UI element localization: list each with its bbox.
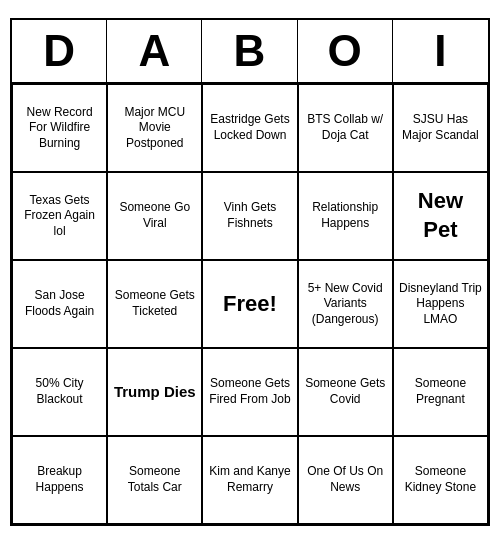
bingo-cell: Someone Gets Ticketed: [107, 260, 202, 348]
bingo-cell: SJSU Has Major Scandal: [393, 84, 488, 172]
header-letter: A: [107, 20, 202, 82]
bingo-cell: 5+ New Covid Variants (Dangerous): [298, 260, 393, 348]
bingo-cell: Eastridge Gets Locked Down: [202, 84, 297, 172]
bingo-cell: Free!: [202, 260, 297, 348]
bingo-header: DABOI: [12, 20, 488, 84]
bingo-grid: New Record For Wildfire BurningMajor MCU…: [12, 84, 488, 524]
header-letter: I: [393, 20, 488, 82]
bingo-cell: Relationship Happens: [298, 172, 393, 260]
bingo-cell: BTS Collab w/ Doja Cat: [298, 84, 393, 172]
bingo-cell: Someone Pregnant: [393, 348, 488, 436]
header-letter: D: [12, 20, 107, 82]
bingo-cell: Kim and Kanye Remarry: [202, 436, 297, 524]
bingo-cell: Trump Dies: [107, 348, 202, 436]
bingo-cell: Someone Kidney Stone: [393, 436, 488, 524]
bingo-cell: New Record For Wildfire Burning: [12, 84, 107, 172]
header-letter: O: [298, 20, 393, 82]
bingo-cell: Someone Totals Car: [107, 436, 202, 524]
bingo-card: DABOI New Record For Wildfire BurningMaj…: [10, 18, 490, 526]
bingo-cell: San Jose Floods Again: [12, 260, 107, 348]
bingo-cell: Someone Go Viral: [107, 172, 202, 260]
bingo-cell: Someone Gets Fired From Job: [202, 348, 297, 436]
bingo-cell: One Of Us On News: [298, 436, 393, 524]
bingo-cell: Someone Gets Covid: [298, 348, 393, 436]
bingo-cell: Major MCU Movie Postponed: [107, 84, 202, 172]
bingo-cell: Vinh Gets Fishnets: [202, 172, 297, 260]
bingo-cell: 50% City Blackout: [12, 348, 107, 436]
bingo-cell: Disneyland Trip Happens LMAO: [393, 260, 488, 348]
bingo-cell: Texas Gets Frozen Again lol: [12, 172, 107, 260]
bingo-cell: New Pet: [393, 172, 488, 260]
bingo-cell: Breakup Happens: [12, 436, 107, 524]
header-letter: B: [202, 20, 297, 82]
